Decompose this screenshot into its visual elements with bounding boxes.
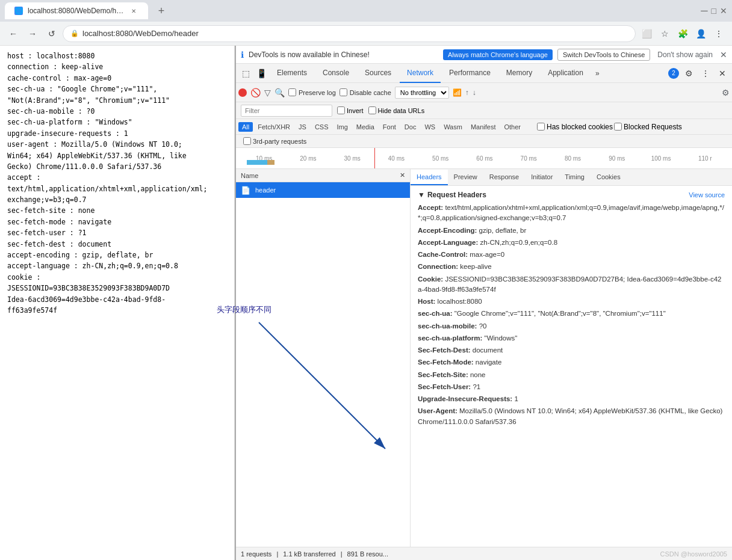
filter-wasm[interactable]: Wasm <box>440 122 466 132</box>
timeline-row: 10 ms 20 ms 30 ms 40 ms 50 ms 60 ms 70 m… <box>236 148 732 169</box>
nav-icons: ⬜ ☆ 🧩 👤 ⋮ <box>638 25 727 42</box>
headers-list: Accept: text/html,application/xhtml+xml,… <box>418 203 725 427</box>
record-button[interactable] <box>238 88 247 97</box>
filter-fetch-xhr[interactable]: Fetch/XHR <box>254 122 294 132</box>
details-tab-headers[interactable]: Headers <box>411 170 448 185</box>
timeline-bar-blue <box>247 160 270 165</box>
section-toggle-icon[interactable]: ▼ <box>418 191 425 199</box>
filter-media[interactable]: Media <box>353 122 378 132</box>
address-bar[interactable]: 🔒 localhost:8080/WebDemo/header <box>63 25 636 42</box>
devtools-more-button[interactable]: ⋮ <box>698 66 713 81</box>
devtools-device-button[interactable]: 📱 <box>254 66 268 81</box>
tab-sources[interactable]: Sources <box>358 64 399 83</box>
tab-memory[interactable]: Memory <box>499 64 539 83</box>
devtools-panel: ℹ DevTools is now available in Chinese! … <box>235 46 732 560</box>
header-item: Cookie: JSESSIONID=93BC3B38E3529093F383B… <box>418 274 725 295</box>
tab-application[interactable]: Application <box>541 64 591 83</box>
details-content: ▼ Request Headers View source Accept: te… <box>411 186 732 547</box>
dont-show-again-button[interactable]: Don't show again <box>657 51 713 59</box>
profile-icon[interactable]: 👤 <box>692 25 709 42</box>
filter-icon[interactable]: ▽ <box>264 88 271 97</box>
cast-icon[interactable]: ⬜ <box>638 25 655 42</box>
forward-button[interactable]: → <box>24 25 41 42</box>
third-party-row: 3rd-party requests <box>236 135 732 148</box>
view-source-link[interactable]: View source <box>689 191 725 198</box>
header-item: Sec-Fetch-User: ?1 <box>418 382 725 392</box>
details-tab-preview[interactable]: Preview <box>448 170 483 185</box>
disable-cache-checkbox[interactable]: Disable cache <box>340 88 391 96</box>
filter-input[interactable] <box>241 105 332 117</box>
notification-close-button[interactable]: ✕ <box>720 50 727 60</box>
tab-close-button[interactable]: ✕ <box>129 6 138 16</box>
details-tab-cookies[interactable]: Cookies <box>591 170 627 185</box>
filter-ws[interactable]: WS <box>421 122 439 132</box>
header-item: Cache-Control: max-age=0 <box>418 250 725 260</box>
tab-performance[interactable]: Performance <box>442 64 498 83</box>
header-item: Accept: text/html,application/xhtml+xml,… <box>418 203 725 224</box>
back-button[interactable]: ← <box>5 25 22 42</box>
details-tab-initiator[interactable]: Initiator <box>525 170 559 185</box>
close-window-button[interactable]: ✕ <box>720 6 727 16</box>
details-tab-timing[interactable]: Timing <box>559 170 591 185</box>
page-lines: host : localhost:8080 connection : keep-… <box>7 51 227 316</box>
maximize-button[interactable]: □ <box>712 6 716 16</box>
header-item: User-Agent: Mozilla/5.0 (Windows NT 10.0… <box>418 406 725 427</box>
blocked-requests-checkbox[interactable]: Blocked Requests <box>614 123 682 131</box>
filter-other[interactable]: Other <box>500 122 524 132</box>
devtools-settings-button[interactable]: ⚙ <box>681 66 696 81</box>
transferred-size: 1.1 kB transferred <box>283 550 335 558</box>
invert-checkbox[interactable]: Invert <box>337 106 364 114</box>
preserve-log-checkbox[interactable]: Preserve log <box>288 88 336 96</box>
extensions-icon[interactable]: 🧩 <box>674 25 691 42</box>
filter-css[interactable]: CSS <box>311 122 332 132</box>
devtools-close-button[interactable]: ✕ <box>715 66 730 81</box>
timeline-cursor <box>374 148 375 168</box>
devtools-notification: ℹ DevTools is now available in Chinese! … <box>236 46 732 64</box>
switch-language-button[interactable]: Switch DevTools to Chinese <box>557 49 650 61</box>
match-language-button[interactable]: Always match Chrome's language <box>443 49 553 60</box>
throttle-select[interactable]: No throttling <box>395 87 449 99</box>
minimize-button[interactable]: ─ <box>701 5 707 16</box>
filter-manifest[interactable]: Manifest <box>467 122 500 132</box>
tab-elements[interactable]: Elements <box>270 64 314 83</box>
menu-icon[interactable]: ⋮ <box>710 25 727 42</box>
details-tab-response[interactable]: Response <box>483 170 526 185</box>
lock-icon: 🔒 <box>70 29 79 37</box>
filter-all[interactable]: All <box>238 122 253 132</box>
devtools-inspect-button[interactable]: ⬚ <box>238 66 253 81</box>
clear-button[interactable]: 🚫 <box>250 88 261 97</box>
page-content: host : localhost:8080 connection : keep-… <box>0 46 235 560</box>
resources-size: 891 B resou... <box>347 550 389 558</box>
header-item: sec-ch-ua: "Google Chrome";v="111", "Not… <box>418 309 725 319</box>
third-party-checkbox[interactable]: 3rd-party requests <box>243 137 306 145</box>
name-column-header: Name ✕ <box>236 169 410 182</box>
header-item: Accept-Encoding: gzip, deflate, br <box>418 226 725 236</box>
filter-font[interactable]: Font <box>379 122 400 132</box>
search-button[interactable]: 🔍 <box>274 88 285 97</box>
tab-favicon: 🌐 <box>14 7 23 15</box>
import-icon[interactable]: ↑ <box>465 88 469 97</box>
tab-console[interactable]: Console <box>315 64 356 83</box>
info-icon: ℹ <box>241 50 244 60</box>
filter-js[interactable]: JS <box>295 122 310 132</box>
details-panel: Headers Preview Response Initiator Timin <box>411 169 732 547</box>
watermark: CSDN @hosword2005 <box>660 550 727 558</box>
tab-network[interactable]: Network <box>400 64 441 83</box>
more-tabs-button[interactable]: » <box>592 69 603 78</box>
network-row-header[interactable]: 📄 header <box>236 182 410 198</box>
header-item: Sec-Fetch-Dest: document <box>418 345 725 355</box>
hide-data-urls-checkbox[interactable]: Hide data URLs <box>368 106 425 114</box>
bookmark-icon[interactable]: ☆ <box>656 25 673 42</box>
header-item: Upgrade-Insecure-Requests: 1 <box>418 394 725 404</box>
export-icon[interactable]: ↓ <box>473 88 476 97</box>
status-bar: 1 requests | 1.1 kB transferred | 891 B … <box>236 547 732 560</box>
header-item: sec-ch-ua-mobile: ?0 <box>418 321 725 331</box>
filter-img[interactable]: Img <box>333 122 352 132</box>
has-blocked-cookies-checkbox[interactable]: Has blocked cookies <box>537 123 613 131</box>
reload-button[interactable]: ↺ <box>43 25 60 42</box>
browser-tab[interactable]: 🌐 localhost:8080/WebDemo/hea... ✕ <box>5 2 148 19</box>
filter-doc[interactable]: Doc <box>401 122 420 132</box>
new-tab-button[interactable]: + <box>153 2 170 19</box>
close-details-button[interactable]: ✕ <box>400 171 405 179</box>
network-settings-button[interactable]: ⚙ <box>722 88 730 97</box>
